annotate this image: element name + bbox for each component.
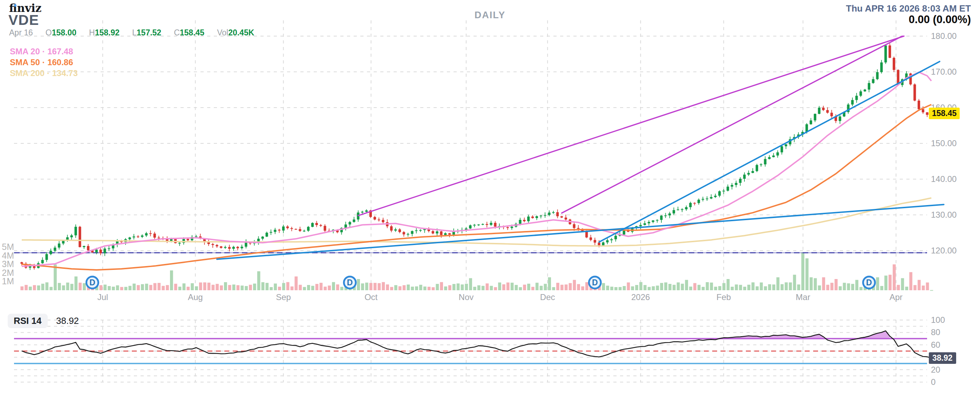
volume-bar [328,286,331,290]
volume-bar [876,277,880,290]
candle-body [195,237,197,237]
y-axis-tick-label: 140.00 [931,174,956,184]
volume-bar [556,283,559,290]
candle-body [677,210,679,210]
candle-body [269,232,272,233]
candle-body [70,235,73,237]
candle-body [411,231,413,234]
volume-bar [926,283,929,290]
volume-bar [648,287,651,290]
volume-bar [577,284,580,290]
quote-high: H158.92 [89,28,119,38]
volume-bar [727,279,730,290]
volume-bar [776,277,780,290]
candle-body [266,233,268,237]
volume-bar [436,284,439,290]
volume-bar [162,286,165,290]
volume-bar [627,283,630,290]
candle-body [228,247,231,249]
volume-bar [399,286,402,290]
volume-bar [569,283,572,290]
rsi-axis-tick-label: 60 [931,340,940,350]
volume-bar [120,287,123,290]
volume-bar [693,283,697,290]
volume-bar [199,283,202,290]
candle-body [307,227,310,230]
volume-bar [660,283,663,290]
volume-bar [664,283,667,290]
candle-body [735,183,737,185]
volume-bar [203,283,207,290]
candle-body [436,231,438,234]
volume-axis-tick-label: 1M [2,276,14,286]
volume-bar [228,285,231,290]
dividend-marker-letter: D [347,278,353,287]
stock-chart-canvas[interactable]: 180.00170.00160.00150.00140.00130.00120.… [0,0,980,394]
volume-bar [166,285,169,290]
volume-bar [374,283,377,290]
volume-bar [154,283,157,290]
volume-bar [785,283,788,290]
quote-datetime: Thu APR 16 2026 8:03 AM ET [846,3,971,14]
candle-body [710,197,713,199]
volume-bar [303,287,306,290]
candle-body [240,247,243,248]
y-axis-tick-label: 180.00 [931,31,956,41]
volume-bar [901,278,904,290]
candle-body [486,224,488,225]
candle-body [818,108,821,114]
candle-body [523,220,525,221]
quote-low: L157.52 [132,28,161,38]
volume-bar [818,285,821,290]
candle-body [776,153,779,156]
candle-body [232,247,235,249]
volume-bar [631,286,634,290]
volume-bar [403,285,406,290]
volume-bar [830,283,834,290]
candle-body [918,101,920,110]
volume-bar [257,271,261,290]
volume-bar [527,284,530,290]
volume-bar [216,284,219,290]
logo-blue-dot-icon [14,4,16,7]
candle-body [448,233,451,235]
volume-bar [847,283,850,290]
candle-body [286,226,289,228]
volume-bar [506,283,510,290]
candle-body [685,207,687,209]
candle-body [764,159,767,164]
candle-body [880,62,883,72]
volume-bar [20,286,24,290]
candle-body [440,231,442,235]
volume-bar [801,253,804,290]
candle-body [282,226,285,230]
volume-bar [735,284,738,290]
candle-body [681,209,684,210]
candle-body [693,203,696,204]
candle-body [585,232,588,237]
rsi-indicator-label[interactable]: RSI 14 [8,314,48,328]
volume-bar [170,270,173,290]
candle-body [41,260,44,263]
candle-body [922,110,924,113]
candle-body [689,203,692,207]
candle-body [320,225,322,226]
candle-body [108,248,110,249]
volume-bar [760,283,763,290]
volume-bar [315,284,318,290]
quote-date: Apr 16 [9,28,33,38]
finviz-chart-page: { "header": { "logo": "finviz", "ticker"… [0,0,980,394]
candle-body [141,235,143,237]
volume-bar [191,283,194,290]
rsi-current-badge: 38.92 [929,352,956,364]
candle-body [415,230,417,231]
candle-body [714,195,716,197]
candle-body [62,240,65,243]
volume-bar [731,287,734,290]
volume-bar [477,285,480,290]
volume-bar [756,286,759,290]
volume-bar [282,283,285,290]
volume-bar [835,279,838,290]
volume-bar [116,285,119,290]
candle-body [103,248,106,253]
